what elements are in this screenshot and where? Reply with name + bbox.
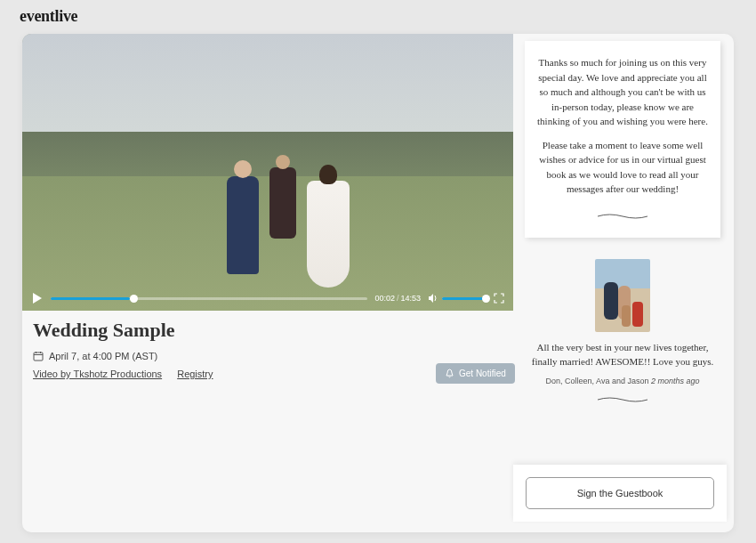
volume-fill [442, 297, 487, 300]
sign-guestbook-button[interactable]: Sign the Guestbook [526, 477, 714, 509]
get-notified-button[interactable]: Get Notified [436, 363, 515, 384]
guestbook-author: Don, Colleen, Ava and Jason [546, 377, 649, 385]
flourish-icon [596, 396, 649, 403]
time-display: 00:02/14:53 [374, 294, 421, 303]
svg-rect-2 [34, 353, 43, 361]
host-message-p1: Thanks so much for joining us on this ve… [535, 55, 710, 129]
calendar-icon [33, 351, 44, 361]
current-time: 00:02 [374, 294, 395, 303]
bell-icon [445, 369, 454, 378]
progress-bar[interactable] [51, 297, 367, 300]
video-controls: 00:02/14:53 [22, 286, 513, 311]
groom-figure [227, 176, 259, 274]
fullscreen-icon[interactable] [494, 293, 504, 304]
event-card: 00:02/14:53 Wedding Sample April 7, at 4… [22, 34, 734, 532]
guestbook-time: 2 months ago [651, 377, 700, 385]
event-date: April 7, at 4:00 PM (AST) [49, 351, 157, 361]
play-icon[interactable] [31, 292, 44, 304]
photo-people [602, 282, 643, 327]
progress-thumb[interactable] [130, 295, 138, 303]
video-subjects [227, 158, 360, 283]
sign-guestbook-bar: Sign the Guestbook [513, 465, 727, 522]
officiant-figure [269, 167, 296, 239]
volume-icon[interactable] [428, 293, 438, 304]
brand-logo[interactable]: eventlive [20, 7, 77, 26]
sidebar: Thanks so much for joining us on this ve… [525, 41, 720, 414]
volume-control [428, 293, 487, 304]
svg-marker-0 [33, 293, 42, 304]
volume-bar[interactable] [442, 297, 487, 300]
brand-suffix: live [54, 7, 77, 25]
duration: 14:53 [400, 294, 421, 303]
brand-prefix: event [20, 7, 54, 25]
registry-link[interactable]: Registry [177, 369, 213, 379]
svg-marker-1 [429, 294, 433, 303]
date-row: April 7, at 4:00 PM (AST) [33, 351, 513, 361]
video-player[interactable]: 00:02/14:53 [22, 34, 513, 311]
video-title: Wedding Sample [33, 319, 513, 342]
bride-figure [307, 181, 350, 288]
flourish-icon [596, 213, 649, 220]
guestbook-photo [595, 259, 650, 332]
guestbook-message: All the very best in your new lives toge… [525, 341, 720, 369]
progress-fill [51, 297, 130, 300]
notify-label: Get Notified [459, 369, 506, 378]
volume-thumb[interactable] [482, 295, 490, 303]
guestbook-signature: Don, Colleen, Ava and Jason 2 months ago [525, 377, 720, 385]
host-message-p2: Please take a moment to leave some well … [535, 138, 710, 197]
credit-link[interactable]: Video by Tkshotz Productions [33, 369, 162, 379]
host-message: Thanks so much for joining us on this ve… [525, 41, 720, 238]
